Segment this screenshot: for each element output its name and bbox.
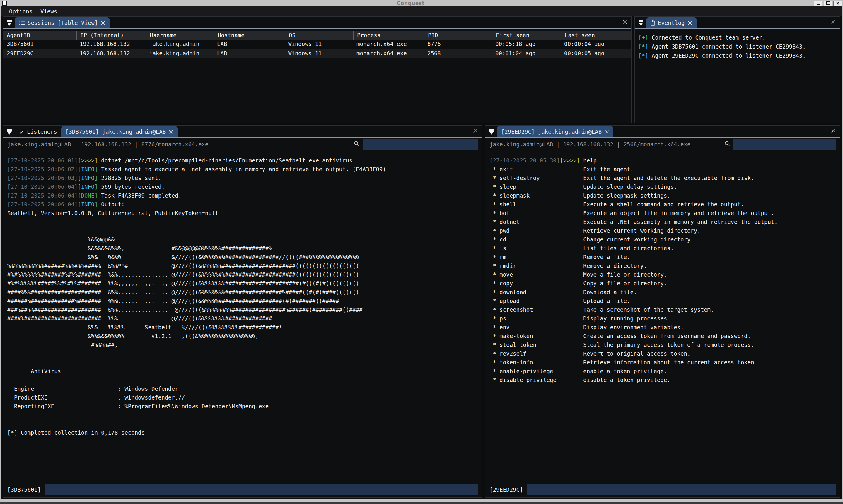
search-input[interactable] <box>734 139 836 149</box>
session-cell: 00:05:18 ago <box>492 39 561 49</box>
column-header[interactable]: PID <box>424 31 492 39</box>
console-line <box>7 358 480 367</box>
console-line: %%%%%%%%%%%######%%%#%%####% &%%**# @///… <box>7 262 480 270</box>
app-window: Conquest Options Views Sessions [Table <box>0 0 843 504</box>
command-input[interactable] <box>527 484 836 495</box>
tab-close-icon[interactable] <box>687 20 692 25</box>
help-line: * shell Execute a shell command and retr… <box>489 200 838 209</box>
column-header[interactable]: IP (Internal) <box>76 31 145 39</box>
window-bottom-edge <box>0 502 843 504</box>
console-line <box>7 411 480 419</box>
list-icon <box>19 20 25 25</box>
agent-prompt: [29EED29C] <box>489 486 523 493</box>
help-line: * rm Remove a file. <box>489 253 838 262</box>
collapse-panel-icon[interactable] <box>7 20 12 26</box>
session-cell: jake.king.admin <box>145 49 213 58</box>
agent-console-pane-3DB75601: Listeners [3DB75601] jake.king.admin@LAB… <box>3 125 482 498</box>
session-row[interactable]: 3DB75601192.168.168.132jake.king.adminLA… <box>3 39 631 49</box>
agent-status-text: jake.king.admin@LAB | 192.168.168.132 | … <box>489 141 690 147</box>
menu-options[interactable]: Options <box>9 8 33 15</box>
console-line: ###%##%%#################### &%%........… <box>7 305 480 314</box>
help-line: * pwd Retrieve current working directory… <box>489 226 838 235</box>
maximize-button[interactable] <box>824 1 832 6</box>
console-line: ######%#############%####### %%%...... .… <box>7 296 480 305</box>
agent-status-row: jake.king.admin@LAB | 192.168.168.132 | … <box>485 138 840 151</box>
column-header[interactable]: AgentID <box>3 31 76 39</box>
console-line <box>7 349 480 358</box>
collapse-panel-icon[interactable] <box>489 129 494 135</box>
help-line: * rmdir Remove a directory. <box>489 262 838 270</box>
tab-agent-3DB75601[interactable]: [3DB75601] jake.king.admin@LAB <box>61 126 177 137</box>
column-header[interactable]: OS <box>285 31 353 39</box>
pane-close-icon[interactable] <box>830 19 836 25</box>
pane-close-icon[interactable] <box>830 128 836 134</box>
column-header[interactable]: First seen <box>492 31 561 39</box>
help-line: * enable-privilege enable a token privil… <box>489 367 838 376</box>
tab-listeners[interactable]: Listeners <box>15 126 61 137</box>
menu-views[interactable]: Views <box>40 8 57 15</box>
console-line: %&&@@@&& <box>7 235 480 244</box>
agent-status-text: jake.king.admin@LAB | 192.168.168.132 | … <box>7 141 208 147</box>
console-line: &%& %%%%% Seatbelt %////(((&%%%%%%%%####… <box>7 323 480 331</box>
help-line: * token-info Retrieve information about … <box>489 358 838 367</box>
tab-label: Eventlog <box>658 20 685 26</box>
main-area: Options Views Sessions [Table View] Agen… <box>1 6 842 499</box>
title-bar: Conquest <box>0 0 843 6</box>
help-line: * exit Exit the agent. <box>489 165 838 174</box>
tab-agent-29EED29C[interactable]: [29EED29C] jake.king.admin@LAB <box>497 126 613 137</box>
column-header[interactable]: Username <box>145 31 213 39</box>
help-line: * upload Upload a file. <box>489 296 838 305</box>
console-line: [27-10-2025 20:06:04][DONE] Task F4A33F0… <box>7 191 480 200</box>
console-line: #%#%%%%%%%#######%#%%####### %&%,,,,,,,,… <box>7 270 480 279</box>
window-title: Conquest <box>7 0 814 6</box>
sessions-pane: Sessions [Table View] AgentIDIP (Interna… <box>3 16 632 123</box>
close-button[interactable] <box>833 1 842 6</box>
command-input-row: [3DB75601] <box>7 484 478 495</box>
eventlog-line: [*] Agent 3DB75601 connected to listener… <box>638 42 840 51</box>
session-cell: 00:00:04 ago <box>561 39 631 49</box>
console-line: [27-10-2025 20:06:04][INFO] 569 bytes re… <box>7 182 480 191</box>
column-header[interactable]: Last seen <box>561 31 631 39</box>
tab-label: Sessions [Table View] <box>28 20 98 26</box>
tab-label: [3DB75601] jake.king.admin@LAB <box>65 128 166 135</box>
console-line <box>7 376 480 384</box>
eventlog-line: [+] Connected to Conquest team server. <box>638 33 840 42</box>
pane-close-icon[interactable] <box>472 128 478 134</box>
session-cell: Windows 11 <box>285 49 353 58</box>
tab-close-icon[interactable] <box>169 129 173 134</box>
session-cell: monarch.x64.exe <box>353 49 424 58</box>
agent-console-pane-29EED29C: [29EED29C] jake.king.admin@LAB jake.king… <box>485 125 840 498</box>
tab-close-icon[interactable] <box>604 129 609 134</box>
column-header[interactable]: Process <box>353 31 424 39</box>
pane-close-icon[interactable] <box>622 19 628 25</box>
collapse-panel-icon[interactable] <box>7 129 12 135</box>
console-line: ProductEXE : windowsdefender:// <box>7 393 480 402</box>
session-cell: LAB <box>213 49 285 58</box>
column-header[interactable]: Hostname <box>213 31 285 39</box>
tab-sessions-table-view[interactable]: Sessions [Table View] <box>15 17 109 29</box>
tab-close-icon[interactable] <box>101 20 105 25</box>
console-line: Engine : Windows Defender <box>7 384 480 393</box>
console-line: [*] Completed collection in 0,178 second… <box>7 428 480 437</box>
tab-eventlog[interactable]: Eventlog <box>647 17 697 29</box>
console-line: #%%%%##, <box>7 340 480 349</box>
agent-prompt: [3DB75601] <box>7 486 41 493</box>
sessions-table-body: 3DB75601192.168.168.132jake.king.adminLA… <box>3 39 631 58</box>
help-line: * bof Execute an object file in memory a… <box>489 209 838 217</box>
clipboard-icon <box>651 20 655 26</box>
minimize-button[interactable] <box>814 1 823 6</box>
command-input-row: [29EED29C] <box>489 484 836 495</box>
console-line: [27-10-2025 20:05:30][>>>>] help <box>489 156 838 165</box>
session-cell: 00:00:05 ago <box>561 49 631 58</box>
command-input[interactable] <box>45 484 478 495</box>
console-output[interactable]: [27-10-2025 20:05:30][>>>>] help * exit … <box>489 156 838 476</box>
help-line: * copy Copy a file or directory. <box>489 279 838 288</box>
search-input[interactable] <box>363 139 478 149</box>
collapse-panel-icon[interactable] <box>638 20 644 26</box>
close-icon <box>836 1 840 5</box>
session-row[interactable]: 29EED29C192.168.168.132jake.king.adminLA… <box>3 49 631 58</box>
eventlog-line: [*] Agent 29EED29C connected to listener… <box>638 51 840 60</box>
console-line: ####%%%##################### &%%...... .… <box>7 288 480 296</box>
console-output[interactable]: [27-10-2025 20:06:01][>>>>] dotnet /mnt/… <box>7 156 480 476</box>
help-line: * sleepmask Update sleepmask settings. <box>489 191 838 200</box>
